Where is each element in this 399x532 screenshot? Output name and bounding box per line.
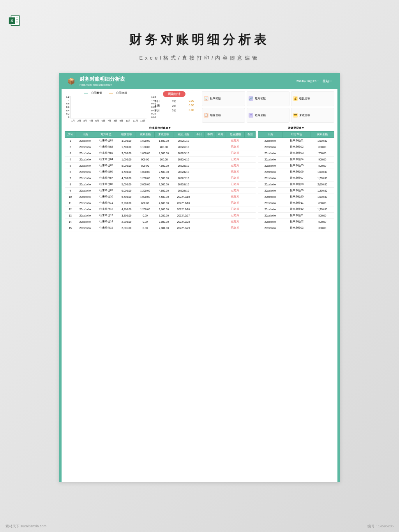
table-row: 20xx/xx/xx往来单位02600.00 (258, 144, 334, 150)
svg-text:X: X (11, 18, 13, 23)
stats-row: 本月0笔0.00 (149, 108, 200, 113)
page-title: 财务对账明细分析表 (0, 0, 399, 48)
table-row: 720xx/xx/xx往来单位074,500.001,200.003,300.0… (65, 175, 256, 181)
card-icon: 📋 (204, 113, 208, 118)
chart-y-right: 1.201.000.800.600.400.200.00 (151, 96, 156, 118)
card-icon: 📊 (204, 96, 208, 101)
sheet-header: 📦 财务对账明细分析表 Financial Reconciliation 202… (62, 73, 337, 89)
table-row: 620xx/xx/xx往来单位063,500.001,000.002,500.0… (65, 169, 256, 175)
sheet-date: 2024年10月28日 星期一 (296, 79, 332, 83)
reconciliation-table: 往来单位对账表▼ 序号日期对方单位结算金额收款金额未收金额截止日期今日本周本月是… (65, 125, 256, 231)
table-row: 1320xx/xx/xx往来单位133,200.000.003,200.0020… (65, 213, 256, 219)
table-row: 820xx/xx/xx往来单位085,000.002,000.003,000.0… (65, 181, 256, 188)
card-label: 往来笔数 (210, 97, 221, 100)
summary-card: 🔗超期笔数 (247, 91, 290, 106)
page-subtitle: Excel格式/直接打印/内容随意编辑 (0, 55, 399, 62)
chart: 合同数量 合同金额 1.210.80.60.40.20 1.201.000.80… (65, 91, 147, 123)
table-row: 20xx/xx/xx往来单位02500.00 (258, 219, 334, 225)
chart-legend: 合同数量 合同金额 (65, 91, 147, 95)
table-row: 20xx/xx/xx往来单位061,000.00 (258, 169, 334, 175)
summary-card: ⏱超期金额 (247, 108, 290, 123)
table-row: 20xx/xx/xx往来单位03700.00 (258, 150, 334, 157)
table-row: 120xx/xx/xx往来单位013,000.001,500.001,500.0… (65, 138, 256, 144)
card-label: 收款金额 (299, 97, 310, 100)
table-row: 20xx/xx/xx往来单位03300.00 (258, 225, 334, 231)
sheet-title: 财务对账明细分析表 (79, 76, 125, 83)
card-label: 超期金额 (255, 113, 266, 117)
table-row: 20xx/xx/xx往来单位04900.00 (258, 157, 334, 163)
stats-row: 本周0笔0.00 (149, 104, 200, 108)
table-row: 20xx/xx/xx往来单位05500.00 (258, 163, 334, 169)
table-row: 20xx/xx/xx往来单位091,200.00 (258, 188, 334, 194)
table-row: 1120xx/xx/xx往来单位115,200.00600.004,600.00… (65, 200, 256, 206)
excel-icon: X (8, 14, 21, 27)
sheet-subtitle: Financial Reconciliation (79, 83, 125, 86)
table-row: 1420xx/xx/xx往来单位142,800.000.002,800.0020… (65, 219, 256, 225)
watermark: 素材天下 sucaitianxia.com (5, 524, 46, 529)
table-row: 220xx/xx/xx往来单位021,500.001,100.00400.002… (65, 144, 256, 150)
summary-card: 📊往来笔数 (202, 91, 245, 106)
summary-card: 💰收款金额 (291, 91, 334, 106)
table-row: 20xx/xx/xx往来单位011,000.00 (258, 138, 334, 144)
chart-x-axis: 1月2月3月4月5月6月7月8月9月10月11月12月 (70, 119, 147, 123)
table-row: 20xx/xx/xx往来单位121,200.00 (258, 206, 334, 213)
table-row: 20xx/xx/xx往来单位071,200.00 (258, 175, 334, 181)
card-icon: 🔗 (249, 96, 253, 101)
table-row: 1520xx/xx/xx往来单位152,801.000.002,801.0020… (65, 225, 256, 231)
receipt-table: 收款登记表▼ 日期对方单位收款金额20xx/xx/xx往来单位011,000.0… (258, 125, 334, 231)
stats-row: 今日0笔0.00 (149, 99, 200, 104)
footer-id: 编号：14595205 (367, 524, 394, 529)
table-row: 420xx/xx/xx往来单位041,000.00900.00100.00202… (65, 157, 256, 163)
period-pill: 周期统计 (163, 91, 185, 97)
chart-y-left: 1.210.80.60.40.20 (65, 96, 70, 118)
header-icon: 📦 (67, 77, 76, 85)
table-row: 20xx/xx/xx往来单位101,000.00 (258, 194, 334, 200)
card-icon: ⏱ (249, 113, 253, 118)
summary-cards: 📊往来笔数🔗超期笔数💰收款金额📋结算金额⏱超期金额💳未收金额 (202, 91, 334, 123)
summary-card: 📋结算金额 (202, 108, 245, 123)
card-label: 未收金额 (299, 113, 310, 117)
table-row: 1220xx/xx/xx往来单位124,800.001,200.003,600.… (65, 206, 256, 213)
card-label: 结算金额 (210, 113, 221, 117)
card-label: 超期笔数 (255, 97, 266, 100)
table-row: 520xx/xx/xx往来单位055,000.00500.004,500.002… (65, 163, 256, 169)
left-table-caption: 往来单位对账表▼ (65, 125, 256, 131)
card-icon: 💰 (293, 96, 298, 101)
table-row: 1020xx/xx/xx往来单位105,500.001,000.004,500.… (65, 194, 256, 200)
right-table-caption: 收款登记表▼ (258, 125, 334, 131)
card-icon: 💳 (293, 113, 298, 118)
table-row: 20xx/xx/xx往来单位11600.00 (258, 200, 334, 206)
summary-card: 💳未收金额 (291, 108, 334, 123)
table-row: 920xx/xx/xx往来单位096,000.001,200.004,800.0… (65, 188, 256, 194)
table-row: 320xx/xx/xx往来单位033,000.001,000.002,000.0… (65, 150, 256, 157)
period-stats: 周期统计 今日0笔0.00本周0笔0.00本月0笔0.00 (149, 91, 200, 123)
chart-plot-area: 1.201.000.800.600.400.200.00 (70, 96, 147, 118)
table-row: 20xx/xx/xx往来单位01500.00 (258, 213, 334, 219)
table-row: 20xx/xx/xx往来单位082,000.00 (258, 181, 334, 188)
excel-sheet: 📦 财务对账明细分析表 Financial Reconciliation 202… (59, 73, 340, 482)
